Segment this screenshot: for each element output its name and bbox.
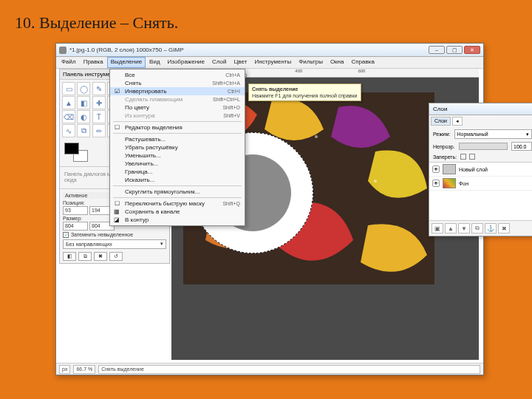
visibility-icon[interactable]: 👁 [432, 166, 440, 173]
menu-item[interactable]: Увеличить... [110, 160, 245, 168]
layer-thumbnail [443, 178, 456, 188]
lock-alpha[interactable] [469, 154, 475, 160]
tool-button[interactable]: T [92, 110, 106, 123]
fg-color[interactable] [64, 143, 79, 154]
opacity-slider[interactable] [459, 143, 508, 150]
opacity-value[interactable]: 100.0 [511, 142, 532, 151]
menu-shortcut: Shift+O [222, 105, 240, 110]
opacity-label: Непрозр. [433, 144, 455, 149]
visibility-icon[interactable]: 👁 [432, 180, 440, 187]
guides-combo[interactable]: Без направляющих ▾ [63, 239, 166, 249]
opt-btn-4[interactable]: ↺ [109, 252, 123, 261]
menu-Фильтры[interactable]: Фильтры [295, 57, 327, 68]
maximize-button[interactable]: ▢ [446, 46, 463, 54]
lock-pixels[interactable] [460, 154, 466, 160]
layers-tab[interactable]: Слои [431, 117, 451, 126]
size-label: Размер: [63, 216, 82, 221]
layers-title: Слои [429, 103, 532, 115]
layer-row[interactable]: 👁Новый слой [429, 163, 532, 177]
menu-Выделение[interactable]: Выделение [107, 57, 146, 68]
layer-action-button[interactable]: ⚓ [485, 223, 497, 233]
menu-item[interactable]: СнятьShift+Ctrl+A [110, 79, 245, 87]
tool-button[interactable]: ✏ [92, 124, 106, 137]
status-zoom[interactable]: 66.7 % [73, 365, 95, 374]
opt-btn-3[interactable]: ✖ [94, 252, 107, 261]
menu-item-icon: ▦ [113, 208, 120, 215]
menu-item[interactable]: ☐Переключить быструю маскуShift+Q [110, 200, 245, 208]
tool-button[interactable]: ✎ [92, 82, 106, 95]
menu-Вид[interactable]: Вид [146, 57, 163, 68]
opt-btn-1[interactable]: ◧ [63, 252, 76, 261]
pos-x-input[interactable]: 93 [63, 206, 88, 215]
menu-Справка[interactable]: Справка [347, 57, 378, 68]
tool-button[interactable]: ◧ [77, 96, 90, 109]
tool-button[interactable]: ✚ [92, 96, 106, 109]
menu-Файл[interactable]: Файл [58, 57, 80, 68]
menu-item[interactable]: Убрать растушёвку [110, 143, 245, 151]
highlight-checkbox[interactable]: ✓ [63, 232, 69, 238]
layer-action-button[interactable]: ▣ [432, 223, 443, 233]
menu-Слой[interactable]: Слой [208, 57, 230, 68]
tooltip-title: Снять выделение [252, 86, 298, 92]
menu-item-icon: ☑ [113, 88, 120, 95]
lock-label: Запереть: [433, 154, 457, 160]
tool-button[interactable]: ◐ [77, 110, 90, 123]
menu-item[interactable]: Уменьшить... [110, 151, 245, 160]
menu-item-label: Сохранить в канале [125, 208, 180, 215]
color-swatches[interactable] [64, 143, 89, 163]
tool-button[interactable]: ∿ [62, 124, 75, 137]
dock-menu-icon[interactable]: ◂ [452, 117, 463, 126]
menu-shortcut: Shift+Q [222, 201, 240, 206]
position-label: Позиция: [63, 200, 85, 205]
menu-Правка[interactable]: Правка [80, 57, 107, 68]
tool-button[interactable]: ◯ [77, 82, 90, 95]
close-button[interactable]: ✕ [464, 46, 480, 54]
menu-shortcut: Ctrl+I [228, 89, 240, 94]
tool-button[interactable]: ▭ [62, 82, 75, 95]
menu-shortcut: Shift+Ctrl+L [213, 97, 240, 102]
menu-item[interactable]: ☐Редактор выделения [110, 123, 245, 132]
menu-item[interactable]: ВсеCtrl+A [110, 71, 245, 79]
layer-name: Новый слой [459, 167, 488, 172]
menu-item[interactable]: Исказить... [110, 176, 245, 184]
minimize-button[interactable]: – [429, 46, 445, 54]
menu-item-label: Редактор выделения [125, 124, 183, 131]
menu-shortcut: Shift+V [223, 113, 240, 118]
layer-list: 👁Новый слой👁Фон [429, 162, 532, 221]
opt-btn-2[interactable]: ⧉ [78, 252, 92, 261]
menu-item-label: Исказить... [125, 177, 154, 183]
menu-Инструменты[interactable]: Инструменты [250, 57, 295, 68]
layer-row[interactable]: 👁Фон [429, 177, 532, 191]
mode-value: Нормальный [457, 132, 488, 137]
menubar[interactable]: ФайлПравкаВыделениеВидИзображениеСлойЦве… [56, 57, 483, 69]
menu-item[interactable]: Граница... [110, 168, 245, 176]
menu-shortcut: Shift+Ctrl+A [212, 81, 240, 86]
menu-item[interactable]: По цветуShift+O [110, 103, 245, 112]
selection-menu[interactable]: ВсеCtrl+AСнятьShift+Ctrl+A☑Инвертировать… [109, 69, 245, 226]
layer-action-button[interactable]: ▲ [445, 223, 457, 233]
menu-item-label: Снять [125, 80, 141, 86]
menu-item[interactable]: ◪В контур [110, 216, 245, 224]
tool-button[interactable]: ▲ [62, 96, 75, 109]
menu-item-label: Убрать растушёвку [125, 144, 178, 151]
menu-item[interactable]: ▦Сохранить в канале [110, 208, 245, 216]
layer-action-button[interactable]: ✖ [498, 223, 510, 233]
menu-item[interactable]: Скруглить прямоугольник... [110, 188, 245, 196]
menu-item-label: Увеличить... [125, 160, 158, 167]
layer-action-button[interactable]: ⧉ [471, 223, 483, 233]
guides-value: Без направляющих [66, 242, 112, 247]
tool-button[interactable]: ⌫ [62, 110, 75, 123]
menu-item[interactable]: ☑ИнвертироватьCtrl+I [110, 87, 245, 95]
menu-shortcut: Ctrl+A [225, 72, 240, 78]
menu-Изображение[interactable]: Изображение [164, 57, 208, 68]
menu-Окна[interactable]: Окна [327, 57, 348, 68]
menu-Цвет[interactable]: Цвет [230, 57, 250, 68]
mode-combo[interactable]: Нормальный ▾ [454, 129, 532, 139]
layer-action-button[interactable]: ▼ [458, 223, 470, 233]
tool-button[interactable]: ⧉ [77, 124, 90, 137]
size-w-input[interactable]: 804 [63, 222, 88, 231]
layer-footer: ▣▲▼⧉⚓✖ [429, 221, 532, 236]
menu-item-label: Уменьшить... [125, 152, 161, 159]
status-unit[interactable]: px [59, 365, 70, 374]
menu-item[interactable]: Растушевать... [110, 135, 245, 143]
